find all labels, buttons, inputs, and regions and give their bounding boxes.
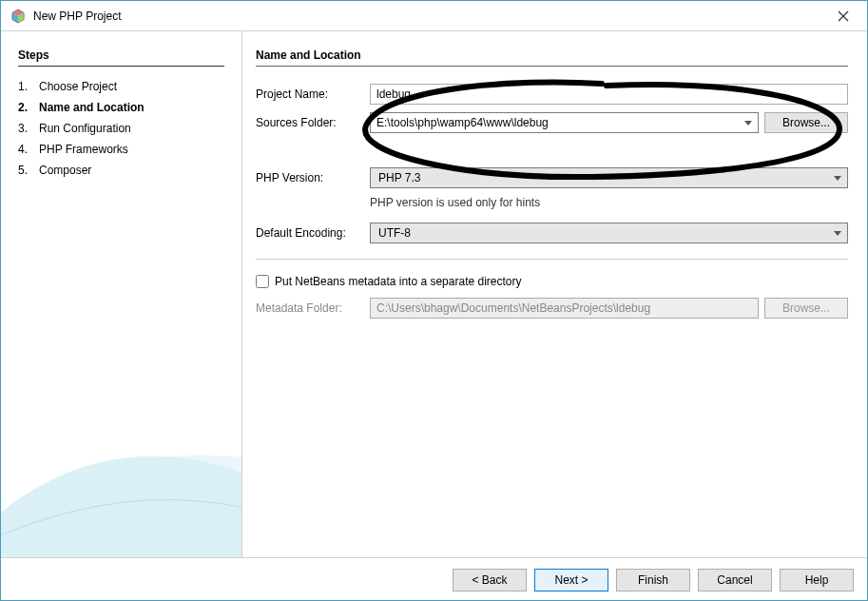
sources-folder-combo[interactable]: E:\tools\php\wamp64\www\ldebug [370, 112, 759, 133]
chevron-down-icon [828, 168, 847, 187]
php-version-hint: PHP version is used only for hints [370, 196, 848, 209]
close-button[interactable] [829, 5, 858, 28]
help-button[interactable]: Help [780, 569, 854, 591]
step-item: 1.Choose Project [18, 76, 224, 97]
sources-folder-label: Sources Folder: [256, 116, 370, 129]
browse-sources-button[interactable]: Browse... [764, 112, 848, 133]
default-encoding-value: UTF-8 [371, 223, 828, 242]
browse-metadata-button: Browse... [764, 298, 848, 319]
default-encoding-label: Default Encoding: [256, 226, 370, 240]
window-title: New PHP Project [33, 10, 829, 23]
netbeans-icon [10, 9, 26, 24]
sources-folder-value: E:\tools\php\wamp64\www\ldebug [371, 113, 739, 132]
steps-panel: Steps 1.Choose Project 2.Name and Locati… [1, 31, 241, 557]
php-version-dropdown[interactable]: PHP 7.3 [370, 167, 848, 188]
project-name-label: Project Name: [256, 87, 370, 101]
metadata-checkbox-row: Put NetBeans metadata into a separate di… [256, 275, 848, 288]
cancel-button[interactable]: Cancel [698, 569, 772, 591]
metadata-checkbox[interactable] [256, 275, 269, 288]
steps-heading: Steps [18, 48, 224, 67]
footer-bar: < Back Next > Finish Cancel Help [1, 557, 867, 601]
chevron-down-icon[interactable] [739, 113, 758, 132]
php-version-label: PHP Version: [256, 171, 370, 184]
step-item: 5.Composer [18, 160, 224, 181]
separator [256, 259, 848, 260]
metadata-checkbox-label: Put NetBeans metadata into a separate di… [275, 275, 521, 288]
default-encoding-dropdown[interactable]: UTF-8 [370, 223, 848, 243]
php-version-value: PHP 7.3 [371, 168, 828, 187]
metadata-folder-label: Metadata Folder: [256, 301, 370, 315]
section-title: Name and Location [256, 48, 848, 67]
metadata-folder-input [370, 298, 759, 319]
decorative-swoosh [1, 348, 241, 557]
chevron-down-icon [828, 223, 847, 242]
step-item: 3.Run Configuration [18, 118, 224, 139]
project-name-input[interactable] [370, 84, 848, 105]
finish-button[interactable]: Finish [616, 569, 690, 591]
back-button[interactable]: < Back [453, 569, 527, 591]
steps-list: 1.Choose Project 2.Name and Location 3.R… [18, 76, 224, 181]
content-panel: Name and Location Project Name: Sources … [241, 31, 867, 557]
step-item: 4.PHP Frameworks [18, 139, 224, 160]
titlebar: New PHP Project [1, 1, 867, 31]
step-item: 2.Name and Location [18, 97, 224, 118]
next-button[interactable]: Next > [534, 569, 608, 591]
